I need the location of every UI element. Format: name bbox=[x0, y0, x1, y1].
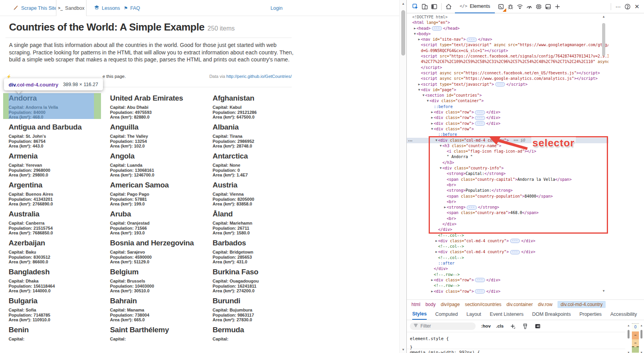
dom-tree-node[interactable]: <!--.col--> bbox=[407, 255, 608, 261]
dom-tree-node[interactable]: <strong>Capital:</strong> bbox=[407, 171, 608, 176]
dom-tree-node[interactable]: <!DOCTYPE html> bbox=[407, 14, 608, 20]
dom-tree-node[interactable]: <span class="country-capital">Andorra la… bbox=[407, 177, 608, 182]
panel-tab[interactable]: Layout bbox=[467, 309, 482, 320]
welcome-home-icon[interactable] bbox=[444, 2, 453, 11]
scroll-up-icon[interactable]: ▲ bbox=[639, 324, 644, 327]
panel-tab[interactable]: Computed bbox=[435, 309, 458, 320]
dom-tree-node[interactable]: ▼<div class="row"> bbox=[407, 126, 608, 132]
debugger-bug-icon[interactable] bbox=[506, 2, 515, 11]
scroll-down-icon[interactable]: ▼ bbox=[626, 351, 631, 353]
devtools-scrollbar[interactable]: ▲ ▼ bbox=[639, 323, 644, 353]
panel-tab[interactable]: Properties bbox=[579, 309, 602, 320]
nav-tab-sandbox[interactable]: >_ Sandbox bbox=[56, 0, 87, 16]
show-computed-sidebar-icon[interactable] bbox=[534, 322, 541, 330]
panel-tab[interactable]: Styles bbox=[412, 309, 427, 320]
dom-tree-node[interactable]: <!--.row--> bbox=[407, 272, 608, 277]
dom-tree-node[interactable]: ▼<section id="countries"> bbox=[407, 93, 608, 98]
dom-tree-node[interactable]: ▶<div class="row">···</div> bbox=[407, 110, 608, 115]
application-storage-icon[interactable] bbox=[543, 2, 553, 11]
more-options-icon[interactable]: ⋯ bbox=[613, 2, 623, 11]
styles-scrollbar[interactable]: ▲ ▼ bbox=[626, 323, 631, 353]
dom-tree-node[interactable]: ▼<div class="country-info"> bbox=[407, 166, 608, 171]
dom-tree-node[interactable]: ::after bbox=[407, 261, 608, 266]
device-emulation-icon[interactable] bbox=[420, 2, 429, 11]
dom-tree-scrollbar[interactable]: ▲ ▼ bbox=[601, 14, 606, 294]
dom-tree-node[interactable]: ▶<script type="text/javascript">···</scr… bbox=[407, 82, 608, 87]
scroll-down-icon[interactable]: ▼ bbox=[639, 351, 644, 353]
dom-tree-node[interactable]: </div> bbox=[407, 227, 608, 232]
dom-tree-node[interactable]: ▶<nav id="site-nav">···</nav> bbox=[407, 37, 608, 42]
dom-tree-node[interactable]: <!--.col--> bbox=[407, 244, 608, 249]
dom-tree-node[interactable]: </div> bbox=[407, 222, 608, 227]
dom-tree-node[interactable]: <br> bbox=[407, 216, 608, 222]
dom-tree-node[interactable]: ▶<div class="row">···</div> bbox=[407, 289, 608, 294]
dom-tree-node[interactable]: ▼<div class="col-md-4 country"> == $0 bbox=[407, 138, 608, 143]
scrollbar-thumb[interactable] bbox=[602, 23, 605, 56]
toggle-hover-state-button[interactable]: :hov bbox=[481, 324, 491, 328]
dom-tree-node[interactable]: <!--.col--> bbox=[407, 233, 608, 238]
styles-filter-input[interactable]: Filter bbox=[410, 322, 476, 330]
dom-tree-node[interactable]: ▼<h3 class="country-name"> bbox=[407, 143, 608, 149]
scrollbar-thumb[interactable] bbox=[640, 330, 642, 339]
dom-tree-node[interactable]: ▼<div id="page"> bbox=[407, 87, 608, 93]
scroll-down-icon[interactable]: ▼ bbox=[601, 289, 606, 293]
dom-tree-node[interactable]: ::before bbox=[407, 104, 608, 110]
scroll-up-icon[interactable]: ▲ bbox=[400, 2, 407, 5]
dom-tree-node[interactable]: <script async src="https://connect.faceb… bbox=[407, 70, 608, 76]
dock-layout-icon[interactable] bbox=[429, 2, 439, 11]
dom-tree-node[interactable]: ▶<div class="row">···</div> bbox=[407, 121, 608, 126]
dom-tree-node[interactable]: ▶<div class="col-md-4 country">···</div> bbox=[407, 249, 608, 255]
dom-tree-node[interactable]: <strong>Population:</strong> bbox=[407, 188, 608, 193]
help-icon[interactable] bbox=[623, 2, 632, 11]
dom-tree-node[interactable]: </div> bbox=[407, 266, 608, 272]
console-icon[interactable] bbox=[496, 2, 506, 11]
dom-tree-node[interactable]: <script async src="https://www.google-an… bbox=[407, 76, 608, 81]
dom-tree-node[interactable]: <script src="https://connect.facebook.ne… bbox=[407, 54, 608, 59]
dom-tree-node[interactable]: <span class="country-population">84000</… bbox=[407, 194, 608, 199]
add-tab-icon[interactable] bbox=[553, 2, 562, 11]
inspect-element-icon[interactable] bbox=[411, 2, 420, 11]
panel-tab[interactable]: DOM Breakpoints bbox=[532, 309, 571, 320]
close-icon[interactable]: ✕ bbox=[632, 2, 642, 11]
data-source-link[interactable]: http://peric.github.io/GetCountries/ bbox=[226, 74, 292, 79]
element-style-rule[interactable]: element.style { bbox=[410, 335, 625, 343]
scroll-up-icon[interactable]: ▲ bbox=[601, 15, 606, 18]
dom-tree-node[interactable]: <br> bbox=[407, 199, 608, 205]
tab-elements[interactable]: </> Elements bbox=[455, 0, 495, 13]
memory-chip-icon[interactable] bbox=[534, 2, 543, 11]
scroll-down-icon[interactable]: ▼ bbox=[400, 348, 407, 351]
dom-tree-node[interactable]: <html lang="en"> bbox=[407, 20, 608, 25]
dom-tree-node[interactable]: <!--.row--> bbox=[407, 283, 608, 288]
breadcrumb-item[interactable]: section#countries bbox=[465, 302, 501, 307]
nav-brand-link[interactable]: Scrape This Site bbox=[13, 0, 57, 16]
panel-tab[interactable]: Accessibility bbox=[610, 309, 637, 320]
nav-link-lessons[interactable]: Lessons bbox=[94, 0, 120, 16]
scrollbar-thumb[interactable] bbox=[401, 10, 405, 56]
network-wifi-icon[interactable] bbox=[515, 2, 525, 11]
breadcrumb-item[interactable]: div.col-md-4.country bbox=[557, 301, 606, 308]
nav-link-faq[interactable]: ⚑ FAQ bbox=[124, 0, 140, 16]
dom-tree-node[interactable]: ▼<div class="container"> bbox=[407, 98, 608, 104]
dom-tree-node[interactable]: ▶<head>···</head> bbox=[407, 26, 608, 31]
scrollbar-thumb[interactable] bbox=[628, 330, 630, 339]
page-scrollbar[interactable]: ▲ ▼ bbox=[399, 0, 406, 353]
rendering-brush-icon[interactable] bbox=[521, 322, 529, 330]
dom-tree-node[interactable]: </script> bbox=[407, 65, 608, 70]
scroll-up-icon[interactable]: ▲ bbox=[626, 324, 631, 327]
breadcrumb-item[interactable]: div.row bbox=[538, 302, 552, 307]
panel-tab[interactable]: Event Listeners bbox=[490, 309, 523, 320]
dom-tree-node[interactable]: ▶<strong>···</strong> bbox=[407, 205, 608, 210]
breadcrumb-item[interactable]: body bbox=[426, 302, 436, 307]
dom-tree-node[interactable]: ▼<body> bbox=[407, 31, 608, 37]
node-menu-dots-icon[interactable] bbox=[408, 137, 413, 142]
breadcrumb-item[interactable]: div.container bbox=[507, 302, 533, 307]
dom-tree-node[interactable]: " Andorra " bbox=[407, 154, 608, 160]
dom-tree-node[interactable]: ▶<div class="row">···</div> bbox=[407, 277, 608, 283]
dom-tree-node[interactable]: ▶<div class="row">···</div> bbox=[407, 115, 608, 121]
dom-tree-node[interactable]: 4%2C77%2C67%2C109%2C59%2C58%2C31%2C96%2C… bbox=[407, 59, 608, 65]
dom-tree-node[interactable]: <span class="country-area">468.0</span> bbox=[407, 210, 608, 216]
nav-link-login[interactable]: Login bbox=[271, 0, 283, 16]
dom-tree-node[interactable]: <i class="flag-icon flag-icon-ad"></i> bbox=[407, 149, 608, 154]
performance-gauge-icon[interactable] bbox=[525, 2, 534, 11]
dom-tree-node[interactable]: d=G-09N5RQCFG4&cx=c&_slc=1"></script> bbox=[407, 48, 608, 54]
